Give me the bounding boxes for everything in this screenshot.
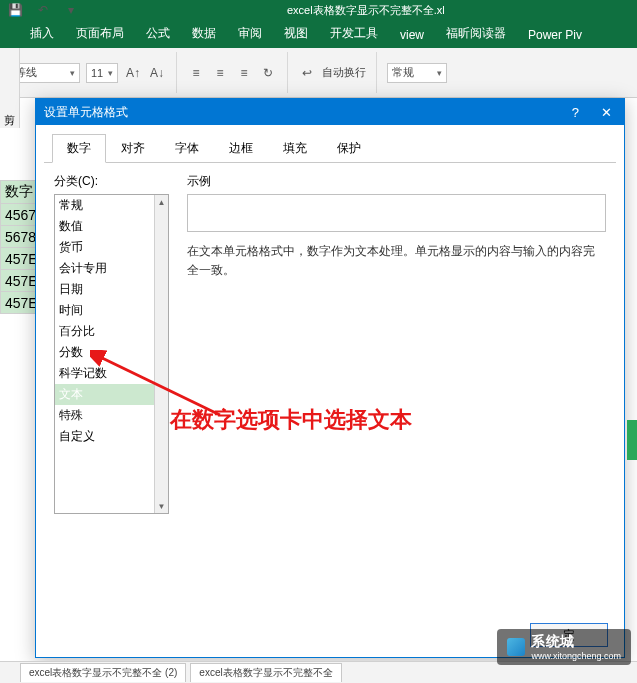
format-cells-dialog: 设置单元格格式 ? ✕ 数字 对齐 字体 边框 填充 保护 分类(C): 常规 … (35, 98, 625, 658)
example-box (187, 194, 606, 232)
increase-font-icon[interactable]: A↑ (124, 64, 142, 82)
ribbon-tab-view[interactable]: 视图 (274, 19, 318, 48)
ribbon-tab-foxit[interactable]: 福昕阅读器 (436, 19, 516, 48)
align-group: ≡ ≡ ≡ ↻ (187, 52, 288, 93)
save-icon[interactable]: 💾 (6, 1, 24, 19)
align-mid-icon[interactable]: ≡ (211, 64, 229, 82)
align-bot-icon[interactable]: ≡ (235, 64, 253, 82)
dialog-title-text: 设置单元格格式 (44, 104, 128, 121)
tab-font[interactable]: 字体 (160, 134, 214, 163)
category-item-number[interactable]: 数值 (55, 216, 168, 237)
ribbon-tab-view2[interactable]: view (390, 22, 434, 48)
sheet-tab-1[interactable]: excel表格数字显示不完整不全 (2) (20, 663, 186, 682)
font-name-select[interactable]: 等线 ▾ (10, 63, 80, 83)
orientation-icon[interactable]: ↻ (259, 64, 277, 82)
category-item-date[interactable]: 日期 (55, 279, 168, 300)
dialog-titlebar[interactable]: 设置单元格格式 ? ✕ (36, 99, 624, 125)
scroll-down-icon[interactable]: ▼ (155, 499, 168, 513)
watermark: 系统城 www.xitongcheng.com (497, 629, 631, 665)
category-label: 分类(C): (54, 173, 169, 190)
listbox-scrollbar[interactable]: ▲ ▼ (154, 195, 168, 513)
wrap-text-label[interactable]: 自动换行 (322, 65, 366, 80)
font-size-value: 11 (91, 67, 103, 79)
example-label: 示例 (187, 173, 606, 190)
tab-alignment[interactable]: 对齐 (106, 134, 160, 163)
ribbon-tab-formulas[interactable]: 公式 (136, 19, 180, 48)
tab-number[interactable]: 数字 (52, 134, 106, 163)
dropdown-icon[interactable]: ▾ (62, 1, 80, 19)
number-group: 常规 ▾ (387, 52, 457, 93)
wrap-text-icon[interactable]: ↩ (298, 64, 316, 82)
number-format-select[interactable]: 常规 ▾ (387, 63, 447, 83)
tab-border[interactable]: 边框 (214, 134, 268, 163)
category-item-percentage[interactable]: 百分比 (55, 321, 168, 342)
category-item-accounting[interactable]: 会计专用 (55, 258, 168, 279)
watermark-brand: 系统城 (531, 633, 575, 649)
app-titlebar: 💾 ↶ ▾ excel表格数字显示不完整不全.xl (0, 0, 637, 20)
category-item-time[interactable]: 时间 (55, 300, 168, 321)
category-item-general[interactable]: 常规 (55, 195, 168, 216)
ribbon-tab-insert[interactable]: 插入 (20, 19, 64, 48)
tab-fill[interactable]: 填充 (268, 134, 322, 163)
chevron-down-icon: ▾ (437, 68, 442, 78)
ribbon-tab-powerpivot[interactable]: Power Piv (518, 22, 592, 48)
ribbon-tab-data[interactable]: 数据 (182, 19, 226, 48)
category-item-fraction[interactable]: 分数 (55, 342, 168, 363)
category-item-special[interactable]: 特殊 (55, 405, 168, 426)
undo-icon[interactable]: ↶ (34, 1, 52, 19)
tab-protection[interactable]: 保护 (322, 134, 376, 163)
decrease-font-icon[interactable]: A↓ (148, 64, 166, 82)
clipboard-label: 剪 (4, 113, 15, 128)
ribbon-body: 等线 ▾ 11 ▾ A↑ A↓ ≡ ≡ ≡ ↻ ↩ 自动换行 常规 ▾ (0, 48, 637, 98)
ribbon-tab-review[interactable]: 审阅 (228, 19, 272, 48)
scroll-up-icon[interactable]: ▲ (155, 195, 168, 209)
watermark-url: www.xitongcheng.com (531, 651, 621, 661)
side-accent (627, 420, 637, 460)
watermark-icon (507, 638, 525, 656)
wrap-group: ↩ 自动换行 (298, 52, 377, 93)
chevron-down-icon: ▾ (70, 68, 75, 78)
ribbon-tab-layout[interactable]: 页面布局 (66, 19, 134, 48)
help-icon[interactable]: ? (568, 105, 583, 120)
number-format-value: 常规 (392, 65, 414, 80)
category-item-custom[interactable]: 自定义 (55, 426, 168, 447)
dialog-tabs: 数字 对齐 字体 边框 填充 保护 (44, 125, 616, 163)
chevron-down-icon: ▾ (108, 68, 113, 78)
sheet-tab-2[interactable]: excel表格数字显示不完整不全 (190, 663, 341, 682)
category-item-currency[interactable]: 货币 (55, 237, 168, 258)
category-item-scientific[interactable]: 科学记数 (55, 363, 168, 384)
font-group: 等线 ▾ 11 ▾ A↑ A↓ (10, 52, 177, 93)
clipboard-group: 剪 (0, 48, 20, 128)
font-size-select[interactable]: 11 ▾ (86, 63, 118, 83)
ribbon-tab-developer[interactable]: 开发工具 (320, 19, 388, 48)
category-description: 在文本单元格格式中，数字作为文本处理。单元格显示的内容与输入的内容完全一致。 (187, 242, 606, 280)
category-listbox[interactable]: 常规 数值 货币 会计专用 日期 时间 百分比 分数 科学记数 文本 特殊 自定… (54, 194, 169, 514)
align-top-icon[interactable]: ≡ (187, 64, 205, 82)
ribbon-tabstrip: 插入 页面布局 公式 数据 审阅 视图 开发工具 view 福昕阅读器 Powe… (0, 20, 637, 48)
close-icon[interactable]: ✕ (597, 105, 616, 120)
document-title: excel表格数字显示不完整不全.xl (287, 3, 445, 18)
category-item-text[interactable]: 文本 (55, 384, 168, 405)
